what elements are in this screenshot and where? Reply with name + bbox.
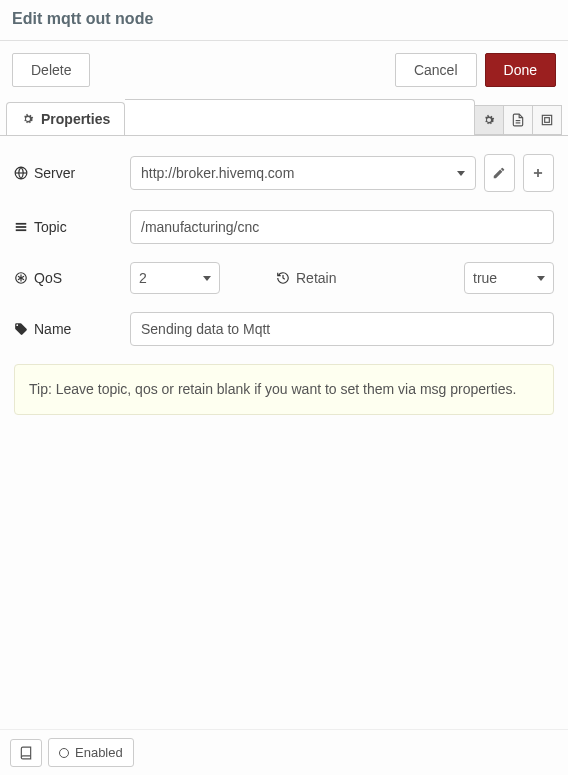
dialog-header: Edit mqtt out node: [0, 0, 568, 41]
asterisk-icon: [14, 271, 28, 285]
frame-icon: [540, 113, 554, 127]
add-server-button[interactable]: [523, 154, 554, 192]
qos-select[interactable]: 2: [130, 262, 220, 294]
plus-icon: [531, 166, 545, 180]
globe-icon: [14, 166, 28, 180]
server-label: Server: [14, 165, 130, 181]
tab-properties-label: Properties: [41, 111, 110, 127]
done-button[interactable]: Done: [485, 53, 556, 87]
history-icon: [276, 271, 290, 285]
gear-icon: [482, 113, 496, 127]
tip-box: Tip: Leave topic, qos or retain blank if…: [14, 364, 554, 415]
tag-icon: [14, 322, 28, 336]
topic-input[interactable]: [130, 210, 554, 244]
server-select[interactable]: http://broker.hivemq.com: [130, 156, 476, 190]
node-appearance-button[interactable]: [532, 105, 562, 135]
chevron-down-icon: [203, 276, 211, 281]
enabled-toggle[interactable]: Enabled: [48, 738, 134, 767]
name-input[interactable]: [130, 312, 554, 346]
action-buttons: Delete Cancel Done: [0, 41, 568, 99]
dialog-title: Edit mqtt out node: [12, 10, 556, 28]
footer: Enabled: [0, 729, 568, 775]
svg-rect-3: [545, 118, 550, 123]
svg-rect-2: [542, 115, 551, 124]
qos-value: 2: [139, 270, 147, 286]
svg-rect-9: [16, 226, 27, 228]
node-settings-button[interactable]: [474, 105, 504, 135]
tabs: Properties: [0, 99, 568, 136]
node-docs-button[interactable]: [10, 739, 42, 767]
delete-button[interactable]: Delete: [12, 53, 90, 87]
retain-select[interactable]: true: [464, 262, 554, 294]
svg-rect-10: [16, 229, 27, 231]
pencil-icon: [492, 166, 506, 180]
edit-server-button[interactable]: [484, 154, 515, 192]
tab-properties[interactable]: Properties: [6, 102, 125, 135]
name-label: Name: [14, 321, 130, 337]
chevron-down-icon: [457, 171, 465, 176]
circle-icon: [59, 748, 69, 758]
retain-value: true: [473, 270, 497, 286]
retain-label: Retain: [276, 270, 336, 286]
cancel-button[interactable]: Cancel: [395, 53, 477, 87]
form-content: Server http://broker.hivemq.com: [0, 136, 568, 729]
node-description-button[interactable]: [503, 105, 533, 135]
document-icon: [511, 113, 525, 127]
qos-label: QoS: [14, 270, 130, 286]
server-value: http://broker.hivemq.com: [141, 165, 294, 181]
list-icon: [14, 220, 28, 234]
topic-label: Topic: [14, 219, 130, 235]
chevron-down-icon: [537, 276, 545, 281]
gear-icon: [21, 112, 35, 126]
enabled-label: Enabled: [75, 745, 123, 760]
tab-blank: [125, 99, 475, 135]
svg-rect-8: [16, 223, 27, 225]
book-icon: [19, 746, 33, 760]
